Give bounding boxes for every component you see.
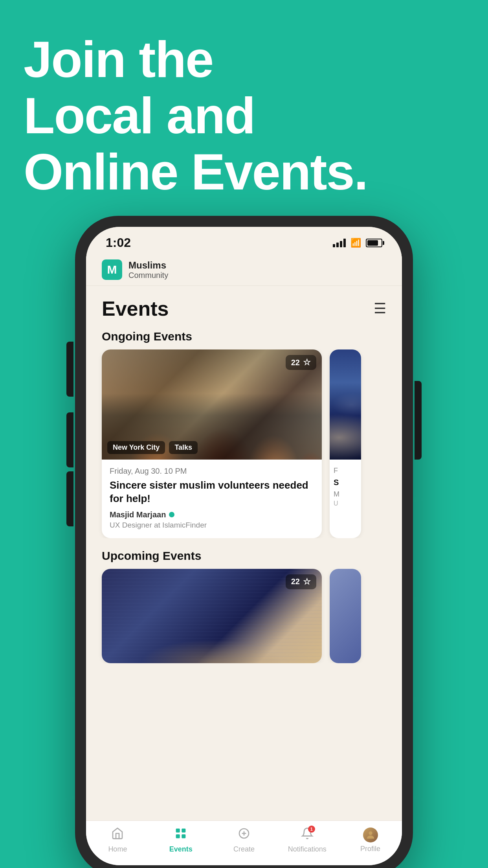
app-header: M Muslims Community [86,254,402,286]
phone-mockup: 1:02 📶 M [75,216,413,868]
upcoming-cards-row: 22 ☆ [86,569,402,663]
favorite-count-1: 22 [291,358,300,367]
card-host-1: Masjid Marjaan [110,510,314,519]
svg-rect-2 [176,835,180,838]
svg-rect-0 [176,829,180,832]
home-icon [111,827,124,843]
host-verified-icon [169,512,174,517]
app-content: Ongoing Events 22 ☆ New York City Talks [86,327,402,820]
card-date-1: Friday, Aug 30. 10 PM [110,467,314,476]
svg-rect-3 [182,835,185,838]
hero-line1: Join the [24,31,213,88]
event-card-image-1: 22 ☆ New York City Talks [102,349,322,460]
profile-avatar [363,828,378,842]
status-bar: 1:02 📶 [86,227,402,254]
upcoming-card-image-1: 22 ☆ [102,569,322,663]
bottom-nav: Home Events [86,820,402,865]
upcoming-star-icon: ☆ [303,577,311,587]
nav-label-events: Events [169,845,193,853]
notification-badge: 1 [308,826,315,833]
card-tag-type: Talks [169,441,198,454]
hero-headline: Join the Local and Online Events. [24,31,464,200]
card-tags-1: New York City Talks [107,441,198,454]
upcoming-section-label: Upcoming Events [86,546,402,569]
nav-item-home[interactable]: Home [96,827,139,853]
phone-shell: 1:02 📶 M [75,216,413,868]
bell-icon: 1 [301,827,314,843]
phone-screen: 1:02 📶 M [86,227,402,865]
signal-icon [333,239,346,247]
host-role-1: UX Designer at IslamicFinder [110,521,314,530]
nav-item-notifications[interactable]: 1 Notifications [286,827,329,853]
svg-point-7 [369,831,372,835]
upcoming-card-1[interactable]: 22 ☆ [102,569,322,663]
favorite-badge-1[interactable]: 22 ☆ [286,355,316,370]
app-name-block: Muslims Community [128,260,168,280]
plus-circle-icon [238,827,250,843]
star-icon: ☆ [303,357,311,368]
nav-item-create[interactable]: Create [222,827,266,853]
host-name-1: Masjid Marjaan [110,510,166,519]
hero-line2: Local and [24,87,255,144]
event-card-1[interactable]: 22 ☆ New York City Talks Friday, Aug 30.… [102,349,322,538]
event-card-partial-1: F S M U [330,349,361,538]
wifi-icon: 📶 [350,238,361,248]
upcoming-card-partial [330,569,361,663]
partial-card-info: F S M U [330,460,361,516]
hero-section: Join the Local and Online Events. [0,0,488,216]
nav-label-home: Home [108,845,127,853]
upcoming-partial-image [330,569,361,663]
upcoming-section: Upcoming Events 22 ☆ [86,546,402,663]
page-title: Events [102,297,169,320]
partial-card-image [330,349,361,460]
hero-line3: Online Events. [24,143,367,200]
app-name-subtitle: Community [128,271,168,280]
filter-icon[interactable]: ☰ [374,300,386,317]
nav-label-profile: Profile [360,845,380,853]
upcoming-favorite-count-1: 22 [291,577,300,586]
card-title-1: Sincere sister muslim volunteers needed … [110,479,314,506]
card-info-1: Friday, Aug 30. 10 PM Sincere sister mus… [102,460,322,538]
page-header: Events ☰ [86,286,402,327]
status-icons: 📶 [333,238,382,248]
status-time: 1:02 [106,235,131,250]
nav-item-profile[interactable]: Profile [349,828,392,853]
upcoming-favorite-badge-1[interactable]: 22 ☆ [286,574,316,589]
nav-label-create: Create [233,845,255,853]
ongoing-section-label: Ongoing Events [86,327,402,349]
app-name-main: Muslims [128,260,168,271]
app-logo: M [102,259,122,280]
svg-rect-1 [182,829,185,832]
nav-item-events[interactable]: Events [159,827,202,853]
ongoing-cards-row: 22 ☆ New York City Talks Friday, Aug 30.… [86,349,402,538]
grid-icon [174,827,187,843]
nav-label-notifications: Notifications [288,845,327,853]
battery-icon [366,239,382,247]
card-tag-city: New York City [107,441,165,454]
